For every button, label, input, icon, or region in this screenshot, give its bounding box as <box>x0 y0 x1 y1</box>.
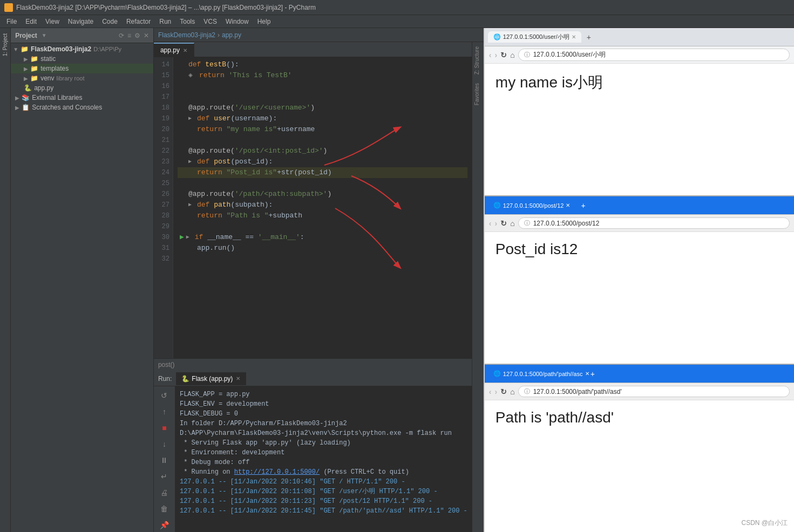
flask-url-link[interactable]: http://127.0.0.1:5000/ <box>234 468 320 476</box>
print-btn[interactable]: 🖨 <box>157 486 172 500</box>
forward-btn-1[interactable]: › <box>495 51 498 59</box>
favorites-tab[interactable]: Favorites <box>472 79 484 110</box>
clear-btn[interactable]: 🗑 <box>157 502 172 516</box>
scroll-down-btn[interactable]: ↓ <box>157 437 172 451</box>
tree-venv[interactable]: ▶ 📁 venv library root <box>11 73 153 83</box>
menu-item-navigate[interactable]: Navigate <box>64 17 98 26</box>
code-editor[interactable]: 14 15 16 17 18 19 20 21 22 23 24 25 26 2… <box>154 57 472 358</box>
close-icon[interactable]: ✕ <box>144 32 149 39</box>
refresh-btn-1[interactable]: ↻ <box>500 51 507 59</box>
scroll-up-btn[interactable]: ↑ <box>157 405 172 419</box>
run-tab-flask[interactable]: 🐍 Flask (app.py) ✕ <box>176 372 246 385</box>
code-line-26: @app.route('/path/<path:subpath>') <box>178 189 467 200</box>
back-btn-1[interactable]: ‹ <box>489 51 492 59</box>
code-line-19: ▶ def user(username): <box>178 113 467 124</box>
restart-btn[interactable]: ↺ <box>157 388 172 403</box>
forward-btn-3[interactable]: › <box>495 387 498 396</box>
menu-item-window[interactable]: Window <box>221 17 253 26</box>
refresh-btn-3[interactable]: ↻ <box>500 387 507 396</box>
code-line-17 <box>178 92 467 103</box>
project-title: Project <box>15 32 37 39</box>
new-tab-btn-3[interactable]: + <box>588 369 597 379</box>
structure-tab[interactable]: Z: Structure <box>472 42 484 79</box>
scratches-label: Scratches and Consoles <box>32 104 102 111</box>
project-panel: Project ▼ ⟳ ≡ ⚙ ✕ ▼ 📁 FlaskDemo03-jinja2… <box>11 28 154 532</box>
root-path: D:\APP\Py <box>93 46 121 52</box>
project-tree: ▼ 📁 FlaskDemo03-jinja2 D:\APP\Py ▶ 📁 sta… <box>11 43 153 532</box>
menu-item-view[interactable]: View <box>41 17 64 26</box>
home-btn-1[interactable]: ⌂ <box>510 51 514 59</box>
address-bar-1[interactable]: ⓘ 127.0.0.1:5000/user/小明 <box>518 49 790 61</box>
tree-templates[interactable]: ▶ 📁 templates <box>11 64 153 73</box>
left-tab-strip: 1: Project <box>0 28 11 532</box>
forward-btn-2[interactable]: › <box>495 219 498 228</box>
browser-chrome-1: 🌐 127.0.0.1:5000/user/小明 ✕ + <box>485 28 794 46</box>
browser-chrome-3: 🌐 127.0.0.1:5000/path/'path//asc ✕ + <box>485 365 794 383</box>
code-line-23: ▶ def post(post_id): <box>178 156 467 167</box>
venv-label: venv <box>40 74 54 82</box>
menu-item-refactor[interactable]: Refactor <box>122 17 155 26</box>
wrap-btn[interactable]: ↵ <box>157 469 172 483</box>
log-folder: In folder D:/APP/Pycharm/FlaskDemo03-jin… <box>180 419 467 428</box>
pin-btn[interactable]: 📌 <box>157 518 172 532</box>
address-text-1: 127.0.0.1:5000/user/小明 <box>533 50 606 59</box>
browser-content-3: Path is 'path//asd' <box>485 400 794 532</box>
code-line-20: return "my name is"+username <box>178 124 467 135</box>
menu-item-file[interactable]: File <box>2 17 21 26</box>
browser-tab-1[interactable]: 🌐 127.0.0.1:5000/user/小明 ✕ <box>488 31 581 43</box>
new-tab-btn-1[interactable]: + <box>585 32 593 43</box>
menu-item-run[interactable]: Run <box>155 17 175 26</box>
tree-root[interactable]: ▼ 📁 FlaskDemo03-jinja2 D:\APP\Py <box>11 44 153 54</box>
browser-tab-close-2[interactable]: ✕ <box>566 202 570 208</box>
browser-navbar-2: ‹ › ↻ ⌂ ⓘ 127.0.0.1:5000/post/12 <box>485 215 794 232</box>
project-tab[interactable]: 1: Project <box>1 30 9 59</box>
breadcrumb-file[interactable]: app.py <box>222 31 241 39</box>
tab-close-icon[interactable]: ✕ <box>183 47 187 53</box>
menu-item-code[interactable]: Code <box>98 17 122 26</box>
address-bar-2[interactable]: ⓘ 127.0.0.1:5000/post/12 <box>518 217 790 229</box>
run-label: Run: <box>158 375 172 383</box>
home-btn-3[interactable]: ⌂ <box>510 387 514 396</box>
browser-tab-3[interactable]: 🌐 127.0.0.1:5000/path/'path//asc ✕ <box>488 369 585 379</box>
code-line-24: return "Post_id is"+str(post_id) <box>178 167 467 178</box>
run-output[interactable]: FLASK_APP = app.py FLASK_ENV = developme… <box>175 386 472 532</box>
breadcrumb-root[interactable]: FlaskDemo03-jinja2 <box>158 31 215 39</box>
log-running: * Running on http://127.0.0.1:5000/ (Pre… <box>180 467 467 477</box>
menu-item-edit[interactable]: Edit <box>21 17 41 26</box>
sync-icon[interactable]: ⟳ <box>119 32 124 39</box>
tree-app-py[interactable]: 🐍 app.py <box>11 83 153 93</box>
collapse-icon[interactable]: ≡ <box>127 32 131 39</box>
stop-btn[interactable]: ■ <box>157 421 172 435</box>
code-line-21 <box>178 135 467 146</box>
browser-tab-close-1[interactable]: ✕ <box>572 34 576 40</box>
venv-suffix: library root <box>57 75 85 81</box>
run-tab-close[interactable]: ✕ <box>236 376 240 381</box>
browser-tab-2[interactable]: 🌐 127.0.0.1:5000/post/12 ✕ <box>488 200 576 210</box>
pause-btn[interactable]: ⏸ <box>157 453 172 467</box>
editor-tab-app-py[interactable]: app.py ✕ <box>154 43 194 57</box>
refresh-btn-2[interactable]: ↻ <box>500 219 507 228</box>
log-req-1: 127.0.0.1 -- [11/Jan/2022 20:10:46] "GET… <box>180 477 467 487</box>
project-icons: ⟳ ≡ ⚙ ✕ <box>119 32 149 39</box>
lock-icon-2: ⓘ <box>524 219 530 227</box>
home-btn-2[interactable]: ⌂ <box>510 219 514 228</box>
tree-scratches[interactable]: ▶ 📋 Scratches and Consoles <box>11 103 153 112</box>
log-serving: * Serving Flask app 'app.py' (lazy loadi… <box>180 438 467 448</box>
log-python-cmd: D:\APP\Pycharm\FlaskDemo03-jinja2\venv\S… <box>180 428 467 438</box>
browser-tab-url-3: 127.0.0.1:5000/path/'path//asc <box>503 371 583 377</box>
tree-static[interactable]: ▶ 📁 static <box>11 54 153 64</box>
address-bar-3[interactable]: ⓘ 127.0.0.1:5000/path/'path//asd' <box>518 386 790 397</box>
tree-ext-libs[interactable]: ▶ 📚 External Libraries <box>11 93 153 103</box>
menu-item-tools[interactable]: Tools <box>175 17 199 26</box>
back-btn-3[interactable]: ‹ <box>489 387 492 396</box>
menu-item-help[interactable]: Help <box>253 17 275 26</box>
new-tab-btn-2[interactable]: + <box>579 200 587 211</box>
editor-main: app.py ✕ 14 15 16 17 18 19 20 21 <box>154 42 484 532</box>
settings-icon[interactable]: ⚙ <box>134 32 140 39</box>
code-line-14: def testB(): <box>178 59 467 70</box>
browser-content-2: Post_id is12 <box>485 232 794 364</box>
menu-item-vcs[interactable]: VCS <box>199 17 221 26</box>
title-text: FlaskDemo03-jinja2 [D:\APP\Pycharm\Flask… <box>16 4 316 11</box>
back-btn-2[interactable]: ‹ <box>489 219 492 228</box>
flask-icon: 🐍 <box>181 375 189 383</box>
